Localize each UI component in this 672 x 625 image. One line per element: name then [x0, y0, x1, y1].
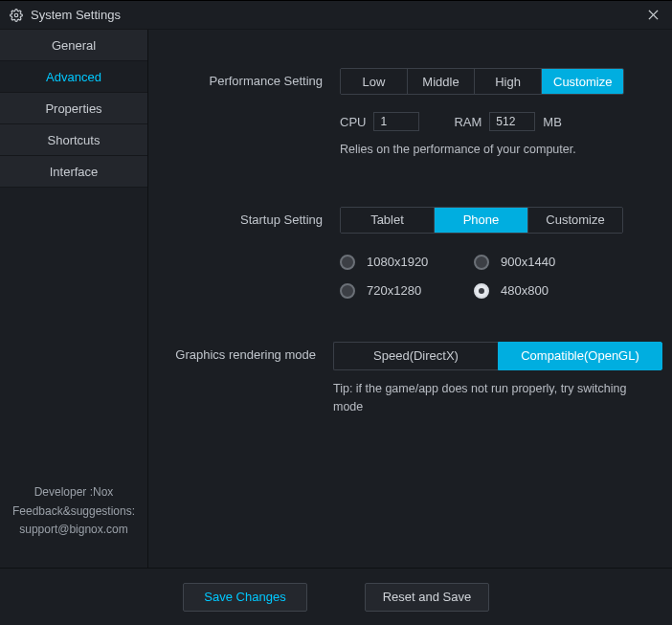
performance-segment: Low Middle High Customize [340, 68, 624, 95]
sidebar-tabs: General Advanced Properties Shortcuts In… [0, 30, 147, 188]
save-button[interactable]: Save Changes [183, 583, 307, 612]
cpu-label: CPU [340, 115, 366, 129]
res-option-label: 900x1440 [501, 255, 555, 269]
cpu-ram-row: CPU RAM MB [340, 112, 662, 131]
radio-dot-icon [474, 255, 489, 270]
sidebar-tab-properties[interactable]: Properties [0, 93, 147, 124]
perf-customize-button[interactable]: Customize [542, 69, 623, 94]
res-option-label: 720x1280 [367, 283, 421, 298]
window-title: System Settings [31, 8, 643, 22]
rendering-hint: Tip: if the game/app does not run proper… [333, 380, 649, 416]
perf-low-button[interactable]: Low [341, 69, 408, 94]
perf-middle-button[interactable]: Middle [408, 69, 475, 94]
developer-label: Developer :Nox [8, 483, 140, 502]
sidebar-info: Developer :Nox Feedback&suggestions: sup… [0, 483, 147, 568]
ram-unit: MB [543, 115, 562, 129]
startup-section: Startup Setting Tablet Phone Customize 1… [158, 207, 662, 299]
radio-dot-icon [340, 255, 355, 270]
res-1080x1920-radio[interactable]: 1080x1920 [340, 255, 474, 270]
performance-section: Performance Setting Low Middle High Cust… [158, 68, 662, 159]
close-button[interactable] [643, 6, 662, 25]
svg-point-0 [14, 13, 18, 17]
startup-segment: Tablet Phone Customize [340, 207, 623, 234]
performance-hint: Relies on the performance of your comput… [340, 141, 656, 159]
res-option-label: 480x800 [501, 283, 549, 298]
res-900x1440-radio[interactable]: 900x1440 [474, 255, 608, 270]
perf-high-button[interactable]: High [475, 69, 542, 94]
cpu-input[interactable] [373, 112, 419, 131]
rendering-label: Graphics rendering mode [158, 342, 333, 362]
performance-label: Performance Setting [158, 68, 340, 88]
sidebar: General Advanced Properties Shortcuts In… [0, 30, 148, 568]
reset-button[interactable]: Reset and Save [365, 583, 489, 612]
sidebar-tab-interface[interactable]: Interface [0, 156, 147, 188]
startup-tablet-button[interactable]: Tablet [341, 208, 435, 233]
content-pane: Performance Setting Low Middle High Cust… [148, 30, 672, 568]
main-area: General Advanced Properties Shortcuts In… [0, 30, 672, 568]
radio-dot-icon [474, 283, 489, 299]
gear-icon [10, 9, 23, 22]
radio-dot-icon [340, 283, 355, 299]
support-email: support@bignox.com [8, 521, 140, 539]
titlebar: System Settings [0, 1, 672, 30]
ram-input[interactable] [489, 112, 535, 131]
res-720x1280-radio[interactable]: 720x1280 [340, 283, 474, 299]
sidebar-tab-general[interactable]: General [0, 30, 147, 61]
render-compatible-button[interactable]: Compatible(OpenGL) [498, 342, 662, 370]
startup-phone-button[interactable]: Phone [435, 208, 528, 233]
res-option-label: 1080x1920 [367, 255, 428, 269]
startup-customize-button[interactable]: Customize [528, 208, 622, 233]
resolution-radios: 1080x1920 900x1440 720x1280 480x800 [340, 255, 662, 299]
rendering-section: Graphics rendering mode Speed(DirectX) C… [158, 342, 662, 416]
render-speed-button[interactable]: Speed(DirectX) [333, 342, 498, 370]
ram-label: RAM [454, 115, 482, 129]
res-480x800-radio[interactable]: 480x800 [474, 283, 608, 299]
sidebar-tab-advanced[interactable]: Advanced [0, 61, 147, 93]
footer: Save Changes Reset and Save [0, 568, 672, 625]
sidebar-tab-shortcuts[interactable]: Shortcuts [0, 124, 147, 156]
settings-window: System Settings General Advanced Propert… [0, 0, 672, 625]
startup-label: Startup Setting [158, 207, 340, 227]
feedback-label: Feedback&suggestions: [8, 502, 140, 521]
rendering-segment: Speed(DirectX) Compatible(OpenGL) [333, 342, 662, 370]
